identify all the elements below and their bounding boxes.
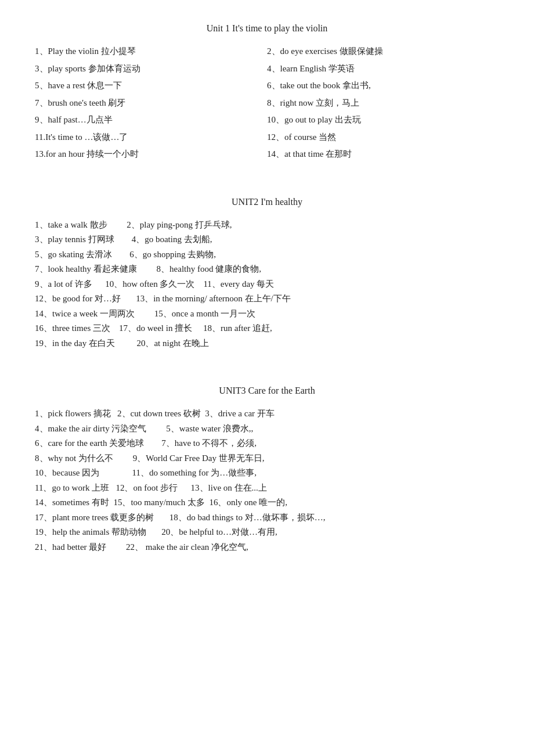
vocab-item: 7、brush one's teeth 刷牙 [35, 96, 267, 111]
unit2-section: UNIT2 I'm healthy 1、take a walk 散步 2、pla… [35, 197, 499, 351]
vocab-item: 17、plant more trees 载更多的树 18、do bad thin… [35, 510, 499, 525]
vocab-item: 14、twice a week 一周两次 15、once a month 一月一… [35, 307, 499, 322]
vocab-item: 10、because 因为 11、do something for 为…做些事, [35, 466, 499, 481]
unit1-title: Unit 1 It's time to play the violin [35, 23, 499, 34]
vocab-item: 1、Play the violin 拉小提琴 [35, 44, 267, 59]
vocab-item: 9、half past…几点半 [35, 113, 267, 128]
vocab-item: 9、a lot of 许多 10、how often 多久一次 11、every… [35, 277, 499, 292]
vocab-item: 16、three times 三次 17、do weel in 擅长 18、ru… [35, 321, 499, 336]
vocab-item: 3、play tennis 打网球 4、go boating 去划船, [35, 232, 499, 247]
vocab-item: 14、at that time 在那时 [267, 147, 499, 162]
unit3-section: UNIT3 Care for the Earth 1、pick flowers … [35, 386, 499, 555]
vocab-item: 12、of course 当然 [267, 130, 499, 145]
vocab-item: 8、right now 立刻，马上 [267, 96, 499, 111]
unit1-vocab-grid: 1、Play the violin 拉小提琴 2、do eye exercise… [35, 44, 499, 162]
vocab-item: 4、learn English 学英语 [267, 62, 499, 77]
vocab-item: 5、go skating 去滑冰 6、go shopping 去购物, [35, 247, 499, 262]
vocab-item: 1、pick flowers 摘花 2、cut down trees 砍树 3、… [35, 406, 499, 422]
vocab-item: 12、be good for 对…好 13、in the morning/ af… [35, 291, 499, 307]
vocab-item: 1、take a walk 散步 2、play ping-pong 打乒乓球, [35, 218, 499, 233]
vocab-item: 19、in the day 在白天 20、at night 在晚上 [35, 336, 499, 351]
vocab-item: 11、go to work 上班 12、on foot 步行 13、live o… [35, 481, 499, 496]
unit2-title: UNIT2 I'm healthy [35, 197, 499, 207]
vocab-item: 6、care for the earth 关爱地球 7、have to 不得不，… [35, 436, 499, 451]
vocab-item: 2、do eye exercises 做眼保健操 [267, 44, 499, 59]
vocab-item: 3、play sports 参加体育运动 [35, 62, 267, 77]
vocab-item: 6、take out the book 拿出书, [267, 78, 499, 93]
vocab-item: 19、help the animals 帮助动物 20、be helpful t… [35, 525, 499, 540]
vocab-item: 7、look healthy 看起来健康 8、healthy food 健康的食… [35, 262, 499, 277]
vocab-item: 11.It's time to …该做…了 [35, 130, 267, 145]
vocab-item: 4、make the air dirty 污染空气 5、waste water … [35, 422, 499, 437]
vocab-item: 21、had better 最好 22、 make the air clean … [35, 540, 499, 555]
vocab-item: 10、go out to play 出去玩 [267, 113, 499, 128]
unit2-vocab-content: 1、take a walk 散步 2、play ping-pong 打乒乓球, … [35, 218, 499, 351]
page-container: Unit 1 It's time to play the violin 1、Pl… [35, 23, 499, 555]
unit3-vocab-content: 1、pick flowers 摘花 2、cut down trees 砍树 3、… [35, 406, 499, 555]
vocab-item: 5、have a rest 休息一下 [35, 78, 267, 93]
vocab-item: 14、sometimes 有时 15、too many/much 太多 16、o… [35, 495, 499, 510]
vocab-item: 8、why not 为什么不 9、World Car Free Day 世界无车… [35, 451, 499, 466]
unit3-title: UNIT3 Care for the Earth [35, 386, 499, 396]
unit1-section: Unit 1 It's time to play the violin 1、Pl… [35, 23, 499, 162]
vocab-item: 13.for an hour 持续一个小时 [35, 147, 267, 162]
